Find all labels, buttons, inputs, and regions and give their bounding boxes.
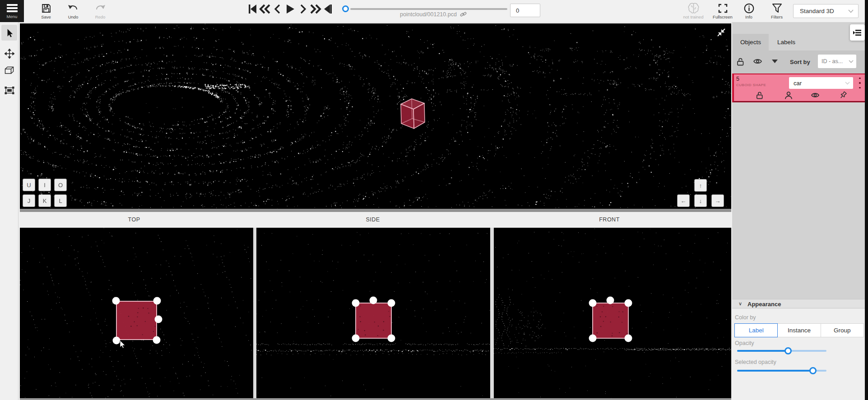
filters-label: Filters (771, 14, 783, 19)
info-button[interactable]: Info (740, 0, 757, 22)
objects-panel: Objects Labels Sort by ID - as... 5 CUBO… (732, 22, 865, 400)
frame-slider-track[interactable] (350, 8, 507, 10)
color-by-option-label[interactable]: Label (734, 323, 778, 337)
filters-button[interactable]: Filters (766, 0, 787, 22)
menu-button[interactable]: Menu (0, 0, 24, 22)
selected-opacity-slider[interactable] (737, 370, 826, 372)
main-view-scrollbar[interactable] (20, 209, 731, 212)
object-instance-icon[interactable] (784, 91, 793, 100)
object-menu-button[interactable] (857, 77, 863, 89)
tab-objects[interactable]: Objects (733, 34, 769, 51)
object-lock-icon[interactable] (756, 91, 764, 100)
main-3d-view[interactable]: U I O J K L ↑ ← ↓ → (20, 23, 731, 209)
redo-button[interactable]: Redo (91, 0, 109, 22)
key-o[interactable]: O (54, 179, 67, 191)
tab-label: Labels (777, 39, 795, 46)
pointer-icon (5, 28, 14, 38)
opacity-slider-handle (784, 347, 792, 354)
collapse-view-button[interactable] (716, 27, 727, 38)
tab-labels[interactable]: Labels (769, 34, 804, 51)
top-ortho-view[interactable] (20, 228, 253, 398)
front-view-label: FRONT (599, 216, 620, 223)
ml-model-button[interactable]: not trained (681, 0, 706, 22)
fast-rewind-button[interactable] (259, 3, 271, 15)
key-i[interactable]: I (38, 179, 51, 191)
key-label: U (27, 182, 31, 189)
selected-opacity-label: Selected opacity (735, 359, 776, 365)
link-icon[interactable] (460, 11, 467, 18)
toolbar: Menu Save Undo Redo (0, 0, 868, 23)
key-l[interactable]: L (54, 194, 67, 207)
move-tool-button[interactable] (1, 46, 17, 61)
menu-label: Menu (7, 14, 18, 19)
info-icon (744, 2, 754, 14)
fullscreen-button[interactable]: Fullscreen (710, 0, 736, 22)
appearance-section-header[interactable]: ∨ Appearance (732, 299, 865, 308)
color-by-option-group[interactable]: Group (821, 323, 864, 337)
ortho-scrollbar[interactable] (20, 398, 731, 400)
pan-right-button[interactable]: → (711, 194, 724, 207)
frame-slider-handle[interactable] (342, 5, 349, 12)
lock-all-icon[interactable] (736, 57, 745, 66)
image-region-icon (5, 86, 14, 95)
objects-controls-band: Sort by ID - as... (732, 51, 865, 74)
pan-left-button[interactable]: ← (677, 194, 690, 207)
chevron-down-icon (848, 9, 854, 13)
first-frame-button[interactable] (246, 3, 258, 15)
key-k[interactable]: K (38, 194, 51, 207)
sort-by-label: Sort by (790, 59, 810, 65)
appearance-section: Color by Label Instance Group Opacity Se… (732, 308, 865, 400)
key-label: J (28, 198, 31, 204)
side-view-label: SIDE (366, 216, 380, 223)
redo-label: Redo (95, 14, 106, 19)
frame-number-input[interactable] (510, 4, 540, 17)
side-ortho-view[interactable] (256, 228, 490, 398)
tab-label: Objects (740, 39, 761, 46)
arrow-right-icon: → (715, 198, 721, 204)
color-by-option-instance[interactable]: Instance (777, 323, 821, 337)
front-view-canvas[interactable] (494, 228, 731, 398)
segment-label: Instance (788, 327, 811, 334)
top-view-label: TOP (128, 216, 140, 223)
chevron-down-icon (845, 82, 850, 85)
sort-value: ID - as... (822, 58, 843, 64)
undo-icon (68, 2, 79, 14)
key-u[interactable]: U (23, 179, 35, 191)
key-label: L (59, 198, 62, 204)
category-select[interactable]: car (789, 77, 853, 89)
front-ortho-view[interactable] (494, 228, 731, 398)
save-button[interactable]: Save (37, 0, 55, 22)
object-list-item[interactable]: 5 CUBOID SHAPE car (732, 74, 865, 102)
selected-opacity-slider-fill (737, 370, 813, 372)
playback-controls (246, 3, 334, 15)
top-view-canvas[interactable] (20, 228, 253, 398)
play-button[interactable] (284, 3, 296, 15)
next-frame-button[interactable] (297, 3, 309, 15)
object-visibility-icon[interactable] (811, 91, 820, 99)
key-j[interactable]: J (23, 194, 35, 207)
chevron-down-icon: ∨ (738, 301, 742, 307)
pan-down-button[interactable]: ↓ (694, 194, 707, 207)
last-frame-button[interactable] (322, 3, 334, 15)
opacity-slider[interactable] (737, 350, 826, 352)
view-divider (490, 228, 494, 398)
undo-button[interactable]: Undo (64, 0, 82, 22)
pan-up-button[interactable]: ↑ (694, 179, 707, 192)
object-pin-icon[interactable] (839, 91, 847, 100)
expand-all-icon[interactable] (772, 60, 778, 64)
view-mode-select[interactable]: Standard 3D (793, 4, 859, 18)
cuboid-icon (4, 66, 14, 75)
cuboid-tool-button[interactable] (1, 63, 17, 78)
side-view-canvas[interactable] (256, 228, 490, 398)
collapse-panel-button[interactable] (850, 24, 865, 41)
image-annotate-tool-button[interactable] (1, 83, 17, 98)
fast-forward-button[interactable] (310, 3, 321, 15)
select-tool-button[interactable] (1, 25, 17, 41)
appearance-title: Appearance (747, 301, 781, 308)
selected-opacity-slider-handle (809, 367, 817, 374)
visibility-all-icon[interactable] (753, 57, 762, 65)
sort-select[interactable]: ID - as... (818, 55, 856, 68)
opacity-label: Opacity (735, 340, 754, 346)
prev-frame-button[interactable] (272, 3, 283, 15)
main-view-canvas[interactable] (20, 23, 731, 209)
